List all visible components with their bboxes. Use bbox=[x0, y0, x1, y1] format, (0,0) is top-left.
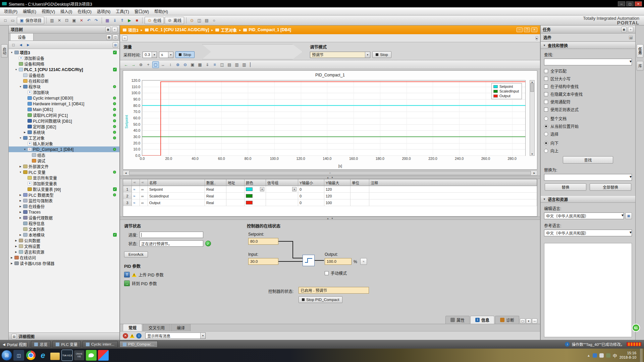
window-close-button[interactable]: ✕ bbox=[635, 1, 642, 6]
tree-node[interactable]: 文本列表 bbox=[9, 226, 119, 232]
tree-node[interactable]: ▼PLC_1 [CPU 1214C AC/DC/Rly]✓ bbox=[9, 67, 119, 72]
tree-node[interactable]: 默认变量表 [99]✓ bbox=[9, 186, 119, 192]
info-filter-icon[interactable]: i bbox=[136, 333, 142, 339]
splitter-chart-table[interactable]: ▲▼ bbox=[120, 176, 540, 179]
tree-node[interactable]: ✶插入新对象 bbox=[9, 141, 119, 146]
pan-icon[interactable]: + bbox=[145, 61, 152, 68]
collapse-left-icon[interactable]: « bbox=[112, 27, 117, 32]
tree-node[interactable]: ▶文档设置 bbox=[9, 243, 119, 249]
scroll-thumb[interactable]: ≡ bbox=[129, 171, 531, 175]
window-minimize-button[interactable]: ─ bbox=[618, 1, 625, 6]
scroll-left-icon[interactable]: ◄ bbox=[123, 172, 128, 175]
signal-name-cell[interactable]: Setpoint bbox=[148, 186, 205, 193]
zoom-x-icon[interactable]: ↔ bbox=[160, 61, 166, 68]
taskbar-app-chrome[interactable] bbox=[25, 350, 36, 361]
setpoint-field[interactable]: 80.0 bbox=[248, 238, 278, 245]
manual-mode-checkbox[interactable] bbox=[325, 271, 329, 275]
go-offline-button[interactable]: ⊘离线 bbox=[165, 17, 184, 24]
split-view-icon[interactable]: ◫ bbox=[219, 61, 225, 68]
copy-icon[interactable]: ⊡ bbox=[63, 17, 70, 24]
checkbox-使用正则表达式[interactable] bbox=[544, 108, 548, 112]
chart-vertical-scrollbar[interactable]: ▲ ▼ bbox=[530, 80, 535, 156]
splitter-table-status[interactable]: ▲▼ bbox=[120, 217, 540, 220]
inspector-window-icon[interactable]: ─ bbox=[532, 318, 537, 324]
tree-node[interactable]: ▶外部源文件 bbox=[9, 164, 119, 169]
expander-icon[interactable]: ▶ bbox=[19, 217, 22, 219]
menu-编辑(E)[interactable]: 编辑(E) bbox=[20, 8, 39, 15]
color-swatch[interactable] bbox=[246, 194, 253, 198]
languages-section-header[interactable]: ▼ 语言和资源 bbox=[541, 195, 635, 203]
legend-icon[interactable]: ≡ bbox=[211, 61, 218, 68]
expander-icon[interactable]: ▶ bbox=[19, 199, 22, 202]
tree-node[interactable]: 显示所有变量 bbox=[9, 175, 119, 181]
find-replace-section-header[interactable]: ▼ 查找和替换 bbox=[541, 42, 635, 49]
snapshot-icon[interactable]: ▦ bbox=[197, 61, 203, 68]
tree-node[interactable]: ▶Traces bbox=[9, 209, 119, 215]
trend-view-icon[interactable]: ≈ bbox=[122, 36, 127, 41]
trend-edit-icon[interactable]: ≈ bbox=[360, 258, 367, 265]
taskbar-app-onhe[interactable]: ONHE VIE bbox=[74, 350, 85, 361]
new-project-icon[interactable]: □ bbox=[2, 17, 9, 24]
editor-close-button[interactable]: ✕ bbox=[531, 27, 537, 32]
output-field[interactable]: 100.0 bbox=[325, 258, 352, 265]
tree-node[interactable]: Cyclic interrupt [OB30] bbox=[9, 95, 119, 101]
y-min-cell[interactable]: 0 bbox=[298, 193, 324, 199]
tree-node[interactable]: 设备组态 bbox=[9, 72, 119, 78]
breadcrumb-item[interactable]: 工艺对象 bbox=[215, 27, 237, 33]
find-button[interactable]: 查找 bbox=[563, 156, 613, 164]
export-icon[interactable]: ⇓ bbox=[204, 61, 211, 68]
datatype-cell[interactable]: Real bbox=[205, 199, 226, 206]
save-project-button[interactable]: ▣保存项目 bbox=[17, 17, 44, 24]
align-right-icon[interactable]: ▥ bbox=[241, 61, 248, 68]
sub-tab-交叉引用[interactable]: 交叉引用 bbox=[143, 324, 170, 331]
expander-icon[interactable]: ▶ bbox=[19, 211, 22, 214]
menu-插入(I)[interactable]: 插入(I) bbox=[58, 8, 75, 15]
tree-node[interactable]: 定时器 [DB2] bbox=[9, 124, 119, 129]
tab-devices[interactable]: 设备 bbox=[10, 33, 34, 41]
edit-language-select[interactable]: 中文（中华人民共和国）▾ bbox=[544, 213, 624, 219]
tree-node[interactable]: 在线和诊断 bbox=[9, 78, 119, 84]
tray-network-icon[interactable] bbox=[606, 353, 610, 358]
tree-node[interactable]: 组态 bbox=[9, 152, 119, 158]
tree-back-icon[interactable]: ◄ bbox=[17, 42, 24, 48]
tray-volume-icon[interactable] bbox=[599, 353, 604, 358]
open-project-icon[interactable]: ▭ bbox=[9, 17, 16, 24]
new-item-icon[interactable]: □ bbox=[10, 42, 17, 48]
upload-icon[interactable]: ⇑ bbox=[119, 17, 125, 24]
radio-整个文档[interactable] bbox=[544, 117, 548, 121]
datatype-cell[interactable]: Real bbox=[205, 186, 226, 193]
unit-cell[interactable] bbox=[351, 186, 369, 193]
portal-view-button[interactable]: ◀ Portal 视图 bbox=[3, 342, 26, 347]
message-filter-select[interactable]: 显示所有消息▾ bbox=[145, 333, 206, 339]
comment-cell[interactable] bbox=[369, 193, 537, 199]
scroll-right-icon[interactable]: ► bbox=[532, 172, 537, 175]
expander-icon[interactable]: ▼ bbox=[23, 148, 26, 150]
redo-icon[interactable]: ↷ bbox=[93, 17, 100, 24]
tree-forward-icon[interactable]: ► bbox=[25, 42, 32, 48]
tree-node[interactable]: ▼≈PID_Compact_1 [DB4] bbox=[9, 146, 119, 152]
taskbar-app-dict[interactable] bbox=[98, 350, 109, 361]
forward-icon[interactable]: → bbox=[130, 61, 137, 68]
upload-pid-params-icon[interactable]: ⇑ bbox=[124, 272, 130, 278]
y-max-cell[interactable]: 120 bbox=[324, 186, 351, 193]
scroll-up-icon[interactable]: ▲ bbox=[531, 81, 533, 83]
stop-pid-compact-button[interactable]: Stop PID_Compact bbox=[299, 296, 342, 303]
checkbox-在子结构中查找[interactable] bbox=[544, 84, 548, 88]
search-icon[interactable]: ○ bbox=[211, 17, 217, 24]
start-cpu-icon[interactable]: ▶ bbox=[126, 17, 133, 24]
expander-icon[interactable]: ▶ bbox=[19, 194, 22, 196]
replace-all-button[interactable]: 全部替换 bbox=[590, 183, 631, 191]
float-icon[interactable]: ▣ bbox=[621, 27, 627, 32]
tuning-mode-select[interactable]: 预调节▾ bbox=[310, 52, 370, 58]
sampling-unit-select[interactable]: s▾ bbox=[159, 52, 173, 58]
ruler-icon[interactable]: ▏ bbox=[248, 61, 255, 68]
editor-maximize-button[interactable]: ❐ bbox=[524, 27, 530, 32]
measurement-stop-button[interactable]: Stop bbox=[175, 51, 195, 58]
zoom-in-icon[interactable]: ⊕ bbox=[174, 61, 181, 68]
tray-expand-icon[interactable]: ▲ bbox=[587, 354, 590, 357]
menu-选项(N)[interactable]: 选项(N) bbox=[94, 8, 113, 15]
signal-group-cell[interactable] bbox=[266, 193, 298, 199]
chevron-down-icon[interactable]: ▾ bbox=[260, 187, 264, 191]
cut-icon[interactable]: ✕ bbox=[56, 17, 63, 24]
taskbar-clock[interactable]: 15:16 2018-8-10 bbox=[620, 351, 638, 360]
